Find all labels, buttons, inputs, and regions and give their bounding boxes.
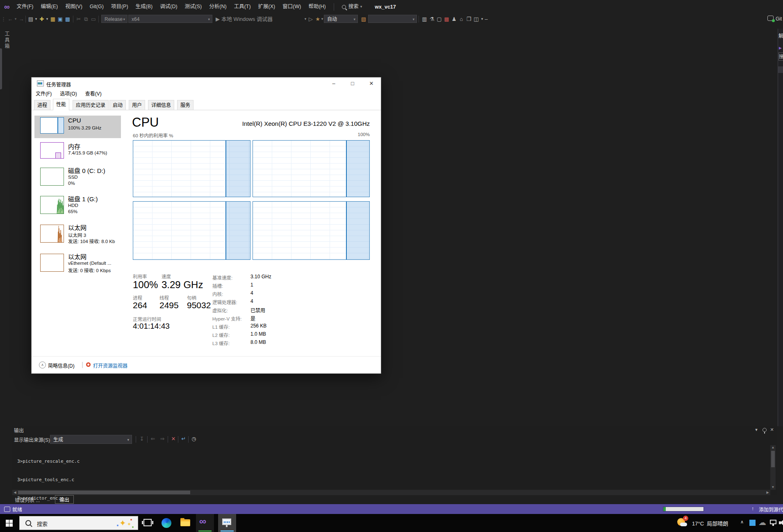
taskmgr-menu-options[interactable]: 选项(O) [56,90,81,98]
weather-widget-icon[interactable]: 4 [677,517,688,528]
cpu-graph-core1[interactable] [133,140,250,197]
open-folder-icon[interactable]: ▦ [49,14,57,25]
git-status-area[interactable]: Git [767,15,782,23]
menu-file[interactable]: 文件(F) [13,0,37,14]
taskbar-search-box[interactable]: 搜索 ✦ ✦ [19,516,138,530]
new-project-icon[interactable]: ▤ [27,14,34,25]
next-message-icon[interactable]: ⇒ [158,436,166,442]
cpu-graph-core4[interactable] [253,201,370,260]
tab-services[interactable]: 服务 [177,100,193,110]
save-all-icon[interactable]: ▩ [64,14,71,25]
menu-view[interactable]: 视图(V) [61,0,86,14]
visual-studio-button[interactable]: ∞ [196,514,214,532]
overflow-dash-icon[interactable]: – [484,14,488,25]
debug-target-button[interactable]: 本地 Windows 调试器 [221,14,303,25]
start-debug-icon[interactable]: ▶ [215,14,221,25]
minimize-button[interactable]: – [324,77,343,89]
navigate-forward-icon[interactable]: → [18,14,25,25]
tab-details[interactable]: 详细信息 [148,100,174,110]
maximize-button[interactable]: □ [343,77,362,89]
scroll-left-icon[interactable]: ◀ [12,490,18,495]
close-panel-icon[interactable]: ✕ [769,427,775,432]
navigate-back-icon[interactable]: ← [7,14,14,25]
menu-extensions[interactable]: 扩展(X) [255,0,279,14]
tab-users[interactable]: 用户 [129,100,145,110]
task-view-button[interactable] [139,514,157,532]
new-item-icon[interactable]: ✚ [38,14,46,25]
timestamp-clock-icon[interactable]: ◷ [190,436,198,442]
toolbox-vertical-tab[interactable]: 工具箱 [3,31,10,50]
save-icon[interactable]: ▣ [57,14,64,25]
menu-analyze[interactable]: 分析(N) [205,0,230,14]
copy-window-icon[interactable]: ❐ [465,14,472,25]
summary-view-toggle[interactable]: 简略信息(D) [48,362,75,369]
tab-processes[interactable]: 进程 [34,100,50,110]
menu-build[interactable]: 生成(B) [132,0,157,14]
open-resource-monitor-link[interactable]: 打开资源监视器 [93,362,127,369]
menu-help[interactable]: 帮助(H) [305,0,329,14]
tab-app-history[interactable]: 应用历史记录 [73,100,109,110]
word-wrap-icon[interactable]: ↵ [180,436,188,442]
clear-all-icon[interactable]: ✕ [169,436,178,442]
add-to-source-control-button[interactable]: 添加到源代码... [759,506,783,513]
platform-select[interactable]: x64 ▾ [128,15,212,23]
paste-icon[interactable]: ▭ [90,14,97,25]
export-box-icon[interactable]: ▢ [436,14,443,25]
chevron-down-icon[interactable]: ▾ [480,14,484,25]
copy-icon[interactable]: ⧉ [82,14,90,25]
vs-search-box[interactable]: 搜索 ▾ [338,0,366,14]
file-explorer-button[interactable] [176,514,194,532]
scroll-down-icon[interactable]: ▼ [770,485,776,490]
configuration-select[interactable]: Release ▾ [101,15,127,23]
toolbox-red-icon[interactable]: ▩ [443,14,450,25]
scrollbar-thumb[interactable] [771,451,775,467]
taskmgr-menu-file[interactable]: 文件(F) [32,90,56,98]
window-position-chevron-icon[interactable]: ▾ [753,427,760,432]
task-manager-button[interactable] [218,514,236,532]
scroll-right-icon[interactable]: ▶ [765,490,770,495]
previous-message-icon[interactable]: ⇐ [149,436,157,442]
wrench-icon[interactable]: ⚗ [428,14,435,25]
network-display-icon[interactable] [770,520,776,524]
onedrive-offline-icon[interactable]: ☁ [758,518,766,527]
attach-window-icon[interactable]: ▥ [421,14,428,25]
weather-text[interactable]: 17°C 局部晴朗 [692,519,728,527]
empty-select[interactable]: ▾ [368,15,417,23]
tab-startup[interactable]: 启动 [109,100,126,110]
chevron-down-icon[interactable]: ▾ [45,14,49,25]
menu-edit[interactable]: 编辑(E) [37,0,62,14]
show-hidden-icons-chevron[interactable]: ∧ [740,519,744,525]
cpu-graph-core3[interactable] [133,201,250,260]
tray-app-blue-icon[interactable] [749,520,756,526]
volume-icon[interactable] [779,520,783,525]
toolbar-grip-icon[interactable]: ⋮ [1,14,5,25]
find-in-files-icon[interactable]: ▧ [360,14,367,25]
edge-browser-button[interactable] [157,514,175,532]
menu-test[interactable]: 测试(S) [181,0,206,14]
horizontal-scrollbar[interactable]: ◀ ▶ [12,490,770,495]
start-button[interactable] [0,514,18,532]
close-button[interactable]: ✕ [362,77,381,89]
vertical-scrollbar[interactable]: ▲ ▼ [770,445,776,490]
menu-debug[interactable]: 调试(D) [156,0,181,14]
user-arrows-icon[interactable]: ♟ [451,14,458,25]
tab-output[interactable]: 输出 [55,495,74,504]
collapse-chevron-icon[interactable]: ∧ [39,361,46,368]
panel-splitter-handle[interactable] [0,48,2,89]
output-source-select[interactable]: 生成 ▾ [50,435,132,444]
chevron-down-icon[interactable]: ▾ [14,14,18,25]
menu-window[interactable]: 窗口(W) [279,0,305,14]
start-without-debugging-icon[interactable]: ▷ [308,14,314,25]
chevron-down-icon[interactable]: ▾ [303,14,307,25]
goto-message-icon[interactable]: ↧ [138,436,146,442]
console-icon[interactable]: ◫ [473,14,480,25]
taskmgr-menu-view[interactable]: 查看(V) [81,90,106,98]
scroll-up-icon[interactable]: ▲ [770,445,776,450]
feedback-icon[interactable] [4,507,10,512]
pin-icon[interactable] [763,428,767,432]
home-box-icon[interactable]: ⌂ [458,14,465,25]
cpu-graph-core2[interactable] [253,140,370,197]
tab-performance[interactable]: 性能 [53,99,69,110]
menu-git[interactable]: Git(G) [86,0,107,14]
menu-project[interactable]: 项目(P) [107,0,132,14]
